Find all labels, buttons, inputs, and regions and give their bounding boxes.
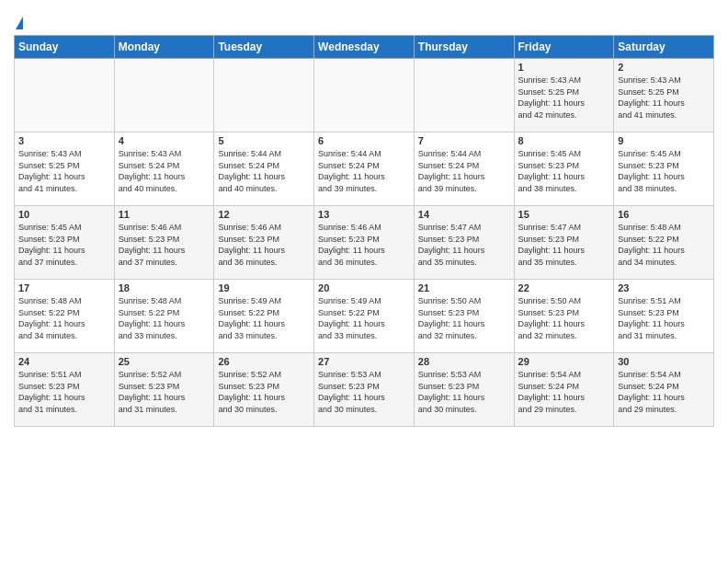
- calendar-cell: 22Sunrise: 5:50 AMSunset: 5:23 PMDayligh…: [514, 280, 614, 353]
- day-number: 26: [218, 356, 310, 367]
- cell-content: Sunrise: 5:43 AMSunset: 5:24 PMDaylight:…: [119, 148, 210, 194]
- calendar-cell: 24Sunrise: 5:51 AMSunset: 5:23 PMDayligh…: [15, 353, 115, 427]
- cell-content: Sunrise: 5:49 AMSunset: 5:22 PMDaylight:…: [218, 295, 310, 341]
- day-number: 6: [318, 135, 410, 146]
- day-number: 22: [518, 282, 610, 293]
- header-row: SundayMondayTuesdayWednesdayThursdayFrid…: [15, 36, 714, 59]
- cell-content: Sunrise: 5:47 AMSunset: 5:23 PMDaylight:…: [518, 222, 610, 268]
- calendar-cell: 23Sunrise: 5:51 AMSunset: 5:23 PMDayligh…: [614, 280, 714, 353]
- calendar-cell: 5Sunrise: 5:44 AMSunset: 5:24 PMDaylight…: [214, 132, 314, 206]
- calendar-cell: 1Sunrise: 5:43 AMSunset: 5:25 PMDaylight…: [514, 59, 614, 132]
- cell-content: Sunrise: 5:54 AMSunset: 5:24 PMDaylight:…: [518, 369, 610, 415]
- calendar-cell: [114, 59, 214, 132]
- cell-content: Sunrise: 5:45 AMSunset: 5:23 PMDaylight:…: [18, 222, 110, 268]
- cell-content: Sunrise: 5:45 AMSunset: 5:23 PMDaylight:…: [618, 148, 710, 194]
- day-number: 28: [418, 356, 510, 367]
- day-number: 3: [18, 135, 110, 146]
- cell-content: Sunrise: 5:43 AMSunset: 5:25 PMDaylight:…: [18, 148, 110, 194]
- day-number: 19: [218, 282, 310, 293]
- calendar-cell: 25Sunrise: 5:52 AMSunset: 5:23 PMDayligh…: [114, 353, 214, 427]
- day-number: 21: [418, 282, 510, 293]
- calendar-cell: 2Sunrise: 5:43 AMSunset: 5:25 PMDaylight…: [614, 59, 714, 132]
- calendar-cell: 10Sunrise: 5:45 AMSunset: 5:23 PMDayligh…: [15, 206, 115, 280]
- calendar-cell: 12Sunrise: 5:46 AMSunset: 5:23 PMDayligh…: [214, 206, 314, 280]
- calendar-body: 1Sunrise: 5:43 AMSunset: 5:25 PMDaylight…: [15, 59, 714, 427]
- calendar-week-1: 3Sunrise: 5:43 AMSunset: 5:25 PMDaylight…: [15, 132, 714, 206]
- calendar-cell: 28Sunrise: 5:53 AMSunset: 5:23 PMDayligh…: [414, 353, 514, 427]
- day-number: 24: [18, 356, 110, 367]
- day-number: 4: [119, 135, 210, 146]
- cell-content: Sunrise: 5:53 AMSunset: 5:23 PMDaylight:…: [318, 369, 410, 415]
- cell-content: Sunrise: 5:50 AMSunset: 5:23 PMDaylight:…: [518, 295, 610, 341]
- cell-content: Sunrise: 5:47 AMSunset: 5:23 PMDaylight:…: [418, 222, 510, 268]
- cell-content: Sunrise: 5:44 AMSunset: 5:24 PMDaylight:…: [318, 148, 410, 194]
- header-cell-wednesday: Wednesday: [314, 36, 415, 59]
- day-number: 7: [418, 135, 510, 146]
- calendar-cell: 7Sunrise: 5:44 AMSunset: 5:24 PMDaylight…: [414, 132, 514, 206]
- calendar-cell: 18Sunrise: 5:48 AMSunset: 5:22 PMDayligh…: [114, 280, 214, 353]
- calendar-cell: [314, 59, 415, 132]
- day-number: 18: [119, 282, 210, 293]
- cell-content: Sunrise: 5:46 AMSunset: 5:23 PMDaylight:…: [119, 222, 210, 268]
- calendar-header: SundayMondayTuesdayWednesdayThursdayFrid…: [15, 36, 714, 59]
- header-cell-saturday: Saturday: [614, 36, 714, 59]
- day-number: 2: [618, 62, 710, 73]
- calendar-table: SundayMondayTuesdayWednesdayThursdayFrid…: [14, 35, 714, 427]
- day-number: 25: [119, 356, 210, 367]
- cell-content: Sunrise: 5:45 AMSunset: 5:23 PMDaylight:…: [518, 148, 610, 194]
- day-number: 16: [618, 209, 710, 220]
- calendar-cell: 20Sunrise: 5:49 AMSunset: 5:22 PMDayligh…: [314, 280, 415, 353]
- day-number: 13: [318, 209, 410, 220]
- calendar-cell: 14Sunrise: 5:47 AMSunset: 5:23 PMDayligh…: [414, 206, 514, 280]
- cell-content: Sunrise: 5:54 AMSunset: 5:24 PMDaylight:…: [618, 369, 710, 415]
- cell-content: Sunrise: 5:52 AMSunset: 5:23 PMDaylight:…: [119, 369, 210, 415]
- day-number: 23: [618, 282, 710, 293]
- header-cell-thursday: Thursday: [414, 36, 514, 59]
- calendar-week-2: 10Sunrise: 5:45 AMSunset: 5:23 PMDayligh…: [15, 206, 714, 280]
- header-cell-monday: Monday: [114, 36, 214, 59]
- cell-content: Sunrise: 5:48 AMSunset: 5:22 PMDaylight:…: [18, 295, 110, 341]
- calendar-cell: 16Sunrise: 5:48 AMSunset: 5:22 PMDayligh…: [614, 206, 714, 280]
- cell-content: Sunrise: 5:50 AMSunset: 5:23 PMDaylight:…: [418, 295, 510, 341]
- calendar-cell: 13Sunrise: 5:46 AMSunset: 5:23 PMDayligh…: [314, 206, 415, 280]
- calendar-cell: 15Sunrise: 5:47 AMSunset: 5:23 PMDayligh…: [514, 206, 614, 280]
- calendar-cell: [15, 59, 115, 132]
- cell-content: Sunrise: 5:46 AMSunset: 5:23 PMDaylight:…: [218, 222, 310, 268]
- day-number: 29: [518, 356, 610, 367]
- cell-content: Sunrise: 5:44 AMSunset: 5:24 PMDaylight:…: [218, 148, 310, 194]
- cell-content: Sunrise: 5:43 AMSunset: 5:25 PMDaylight:…: [518, 75, 610, 121]
- header-cell-friday: Friday: [514, 36, 614, 59]
- calendar-cell: 17Sunrise: 5:48 AMSunset: 5:22 PMDayligh…: [15, 280, 115, 353]
- day-number: 1: [518, 62, 610, 73]
- logo-triangle-icon: [16, 17, 23, 29]
- calendar-cell: 11Sunrise: 5:46 AMSunset: 5:23 PMDayligh…: [114, 206, 214, 280]
- day-number: 27: [318, 356, 410, 367]
- day-number: 17: [18, 282, 110, 293]
- calendar-cell: 19Sunrise: 5:49 AMSunset: 5:22 PMDayligh…: [214, 280, 314, 353]
- cell-content: Sunrise: 5:49 AMSunset: 5:22 PMDaylight:…: [318, 295, 410, 341]
- calendar-cell: 9Sunrise: 5:45 AMSunset: 5:23 PMDaylight…: [614, 132, 714, 206]
- cell-content: Sunrise: 5:44 AMSunset: 5:24 PMDaylight:…: [418, 148, 510, 194]
- calendar-week-0: 1Sunrise: 5:43 AMSunset: 5:25 PMDaylight…: [15, 59, 714, 132]
- day-number: 20: [318, 282, 410, 293]
- cell-content: Sunrise: 5:43 AMSunset: 5:25 PMDaylight:…: [618, 75, 710, 121]
- calendar-cell: 26Sunrise: 5:52 AMSunset: 5:23 PMDayligh…: [214, 353, 314, 427]
- cell-content: Sunrise: 5:51 AMSunset: 5:23 PMDaylight:…: [18, 369, 110, 415]
- day-number: 10: [18, 209, 110, 220]
- calendar-cell: 29Sunrise: 5:54 AMSunset: 5:24 PMDayligh…: [514, 353, 614, 427]
- calendar-cell: 3Sunrise: 5:43 AMSunset: 5:25 PMDaylight…: [15, 132, 115, 206]
- logo: [14, 17, 23, 29]
- cell-content: Sunrise: 5:52 AMSunset: 5:23 PMDaylight:…: [218, 369, 310, 415]
- cell-content: Sunrise: 5:53 AMSunset: 5:23 PMDaylight:…: [418, 369, 510, 415]
- header-cell-sunday: Sunday: [15, 36, 115, 59]
- cell-content: Sunrise: 5:48 AMSunset: 5:22 PMDaylight:…: [618, 222, 710, 268]
- day-number: 8: [518, 135, 610, 146]
- day-number: 30: [618, 356, 710, 367]
- day-number: 11: [119, 209, 210, 220]
- cell-content: Sunrise: 5:46 AMSunset: 5:23 PMDaylight:…: [318, 222, 410, 268]
- calendar-cell: 27Sunrise: 5:53 AMSunset: 5:23 PMDayligh…: [314, 353, 415, 427]
- calendar-week-3: 17Sunrise: 5:48 AMSunset: 5:22 PMDayligh…: [15, 280, 714, 353]
- calendar-cell: [214, 59, 314, 132]
- page-header: [14, 9, 714, 29]
- calendar-cell: 4Sunrise: 5:43 AMSunset: 5:24 PMDaylight…: [114, 132, 214, 206]
